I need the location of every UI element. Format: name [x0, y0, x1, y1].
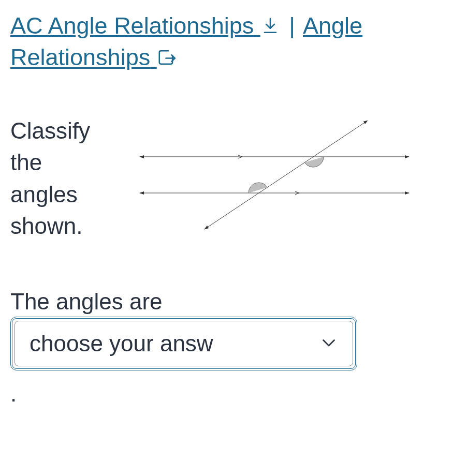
link-ac-angle-relationships[interactable]: AC Angle Relationships	[10, 12, 280, 39]
question-row: Classify the angles shown.	[10, 115, 442, 242]
answer-trail-text: .	[10, 381, 442, 407]
svg-line-2	[205, 121, 368, 229]
answer-lead-text: The angles are	[10, 289, 442, 315]
answer-select-inner[interactable]: choose your answ	[14, 321, 353, 366]
chevron-down-icon	[319, 333, 338, 354]
download-icon	[260, 16, 280, 36]
header-separator: |	[289, 10, 295, 42]
angle-diagram	[129, 121, 442, 236]
question-prompt: Classify the angles shown.	[10, 115, 114, 242]
external-link-icon	[157, 48, 177, 67]
link1-text: AC Angle Relationships	[10, 12, 254, 39]
answer-select-placeholder: choose your answ	[30, 331, 309, 356]
answer-select[interactable]: choose your answ	[10, 317, 357, 370]
assignment-header: AC Angle Relationships | Angle Relations…	[10, 10, 442, 73]
